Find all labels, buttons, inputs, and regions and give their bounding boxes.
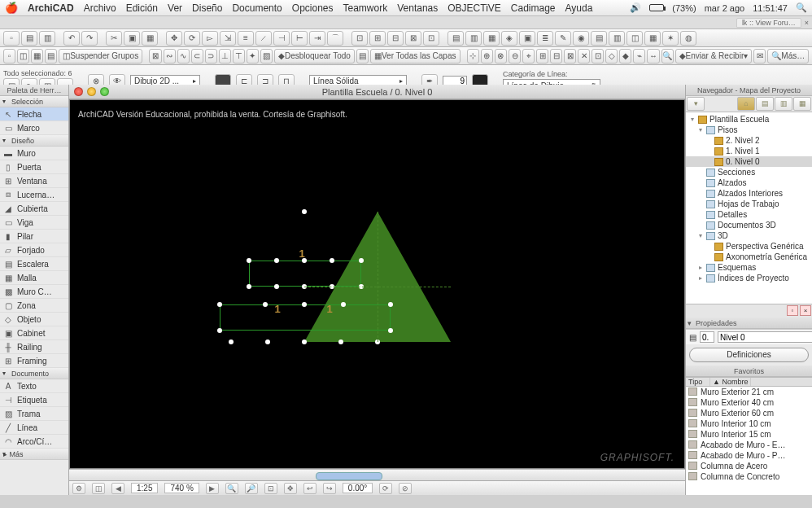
nav-tab-layout-book-icon[interactable]: ▥: [775, 97, 792, 111]
selected-elements[interactable]: 1 1 1: [304, 212, 451, 342]
measure-icon[interactable]: ↔: [647, 49, 659, 64]
tool-object[interactable]: ◇Objeto: [0, 313, 68, 326]
tool-mesh[interactable]: ▦Malla: [0, 271, 68, 285]
favorite-item[interactable]: Muro Exterior 40 cm: [686, 397, 812, 408]
tree-indexes[interactable]: ▸Índices de Proyecto: [686, 273, 812, 283]
suspend-groups-button[interactable]: ◫ Suspender Grupos: [59, 49, 142, 64]
rotate-icon[interactable]: ⟳: [184, 31, 200, 46]
nav-prev-icon[interactable]: ◀: [111, 483, 124, 494]
window-close-icon[interactable]: [74, 87, 83, 96]
snap-k-icon[interactable]: ◇: [605, 49, 618, 64]
next-view-icon[interactable]: ↪: [323, 483, 336, 494]
favorites-col-name[interactable]: ▲ Nombre: [710, 378, 751, 386]
constraint-icon[interactable]: ⊤: [233, 49, 245, 64]
floor-plan-icon[interactable]: ▤: [447, 31, 464, 46]
navigator-tree[interactable]: ▾Plantilla Escuela ▾Pisos 2. Nivel 2 1. …: [686, 112, 812, 304]
story-number-input[interactable]: [700, 331, 714, 343]
show-all-layers-button[interactable]: ▦ Ver Todas las Capas: [370, 49, 461, 64]
menu-ayuda[interactable]: Ayuda: [565, 2, 593, 14]
favorite-item[interactable]: Muro Interior 10 cm: [686, 418, 812, 429]
menubar-date[interactable]: mar 2 ago: [705, 3, 745, 13]
tool-label[interactable]: ⊣Etiqueta: [0, 393, 68, 407]
toolbox-section-document[interactable]: Documento: [0, 368, 68, 379]
tool-framing[interactable]: ⊞Framing: [0, 354, 68, 368]
new-icon[interactable]: ▫: [3, 31, 20, 46]
nav-tab-project-map-icon[interactable]: ⌂: [737, 97, 755, 111]
link-2-icon[interactable]: ∿: [177, 49, 190, 64]
window-minimize-icon[interactable]: [87, 87, 96, 96]
menu-documento[interactable]: Documento: [232, 2, 282, 14]
rotate-view-icon[interactable]: ⟳: [379, 483, 392, 494]
link-1-icon[interactable]: ∾: [164, 49, 176, 64]
tool-text[interactable]: ATexto: [0, 379, 68, 393]
snap-f-icon[interactable]: ⊞: [536, 49, 548, 64]
composite-icon[interactable]: ▤: [591, 31, 607, 46]
menu-cadimage[interactable]: Cadimage: [511, 2, 556, 14]
magic-wand-icon[interactable]: ✦: [247, 49, 259, 64]
tool-door[interactable]: ▯Puerta: [0, 160, 68, 174]
layers-icon[interactable]: ▤: [356, 49, 369, 64]
favorites-header[interactable]: Tipo ▲ Nombre: [686, 377, 812, 387]
mirror-icon[interactable]: ▻: [202, 31, 218, 46]
drawing-canvas[interactable]: ArchiCAD Versión Educacional, prohibida …: [69, 99, 685, 469]
tree-sections[interactable]: Secciones: [686, 167, 812, 177]
nav-next-icon[interactable]: ▶: [206, 483, 219, 494]
link-3-icon[interactable]: ⊂: [191, 49, 203, 64]
snap-4-icon[interactable]: ⊠: [405, 31, 421, 46]
window-titlebar[interactable]: Plantilla Escuela / 0. Nivel 0: [69, 85, 685, 99]
quick-options-icon[interactable]: ⚙: [72, 483, 85, 494]
tree-3d[interactable]: ▾3D: [686, 230, 812, 241]
favorite-item[interactable]: Columna de Concreto: [686, 471, 812, 482]
favorites-list[interactable]: Muro Exterior 21 cm Muro Exterior 40 cm …: [686, 387, 812, 495]
ungroup-icon[interactable]: ▤: [45, 49, 57, 64]
tree-interior-elevations[interactable]: Alzados Interiores: [686, 188, 812, 199]
copy-icon[interactable]: ▣: [124, 31, 140, 46]
explode-icon[interactable]: ✶: [662, 31, 679, 46]
background-tab[interactable]: lk :: View Foru…: [736, 18, 801, 28]
split-icon[interactable]: ⟋: [255, 31, 272, 46]
snap-2-icon[interactable]: ⊞: [369, 31, 386, 46]
toolbox-more[interactable]: ▸ Más: [0, 449, 68, 460]
snap-l-icon[interactable]: ◆: [619, 49, 631, 64]
spotlight-icon[interactable]: 🔍: [796, 2, 807, 13]
tree-perspective[interactable]: Perspectiva Genérica: [686, 241, 812, 252]
redo-icon[interactable]: ↷: [81, 31, 98, 46]
tree-3d-docs[interactable]: Documentos 3D: [686, 220, 812, 230]
nav-tab-view-map-icon[interactable]: ▤: [756, 97, 774, 111]
menu-opciones[interactable]: Opciones: [292, 2, 334, 14]
menu-archivo[interactable]: Archivo: [84, 2, 116, 14]
fit-icon[interactable]: ⊡: [264, 483, 277, 494]
tool-cabinet[interactable]: ▣Cabinet: [0, 326, 68, 340]
tool-roof[interactable]: ◢Cubierta: [0, 202, 68, 216]
gravity-icon[interactable]: ⊥: [219, 49, 231, 64]
messages-icon[interactable]: ✉: [753, 49, 766, 64]
trace-icon[interactable]: ◫: [17, 49, 29, 64]
cut-icon[interactable]: ✂: [106, 31, 122, 46]
stretch-icon[interactable]: ⇲: [220, 31, 236, 46]
favorite-item[interactable]: Muro Exterior 60 cm: [686, 408, 812, 418]
pensets-icon[interactable]: ▧: [260, 49, 273, 64]
nav-tab-publisher-icon[interactable]: ▦: [793, 97, 811, 111]
menu-ver[interactable]: Ver: [168, 2, 182, 14]
layer-settings-icon[interactable]: ≣: [537, 31, 553, 46]
window-zoom-icon[interactable]: [100, 87, 109, 96]
reset-rotate-icon[interactable]: ⊘: [399, 483, 412, 494]
tool-window[interactable]: ⊞Ventana: [0, 174, 68, 188]
std-view-icon[interactable]: ▫: [3, 49, 15, 64]
tool-fill[interactable]: ▨Trama: [0, 407, 68, 421]
favorite-item[interactable]: Muro Exterior 21 cm: [686, 387, 812, 397]
tree-elevations[interactable]: Alzados: [686, 177, 812, 188]
solid-ops-icon[interactable]: ◍: [680, 31, 696, 46]
menu-diseno[interactable]: Diseño: [192, 2, 222, 14]
undo-icon[interactable]: ↶: [63, 31, 80, 46]
snap-e-icon[interactable]: ⌖: [522, 49, 535, 64]
menu-ventanas[interactable]: Ventanas: [397, 2, 438, 14]
tool-marquee[interactable]: ▭Marco: [0, 121, 68, 135]
tool-beam[interactable]: ▭Viga: [0, 216, 68, 230]
materials-icon[interactable]: ◉: [573, 31, 589, 46]
story-name-input[interactable]: [718, 331, 812, 343]
tool-railing[interactable]: ╫Railing: [0, 340, 68, 354]
snap-a-icon[interactable]: ⊹: [467, 49, 479, 64]
tool-curtain-wall[interactable]: ▩Muro C…: [0, 285, 68, 299]
definitions-button[interactable]: Definiciones: [689, 348, 809, 362]
